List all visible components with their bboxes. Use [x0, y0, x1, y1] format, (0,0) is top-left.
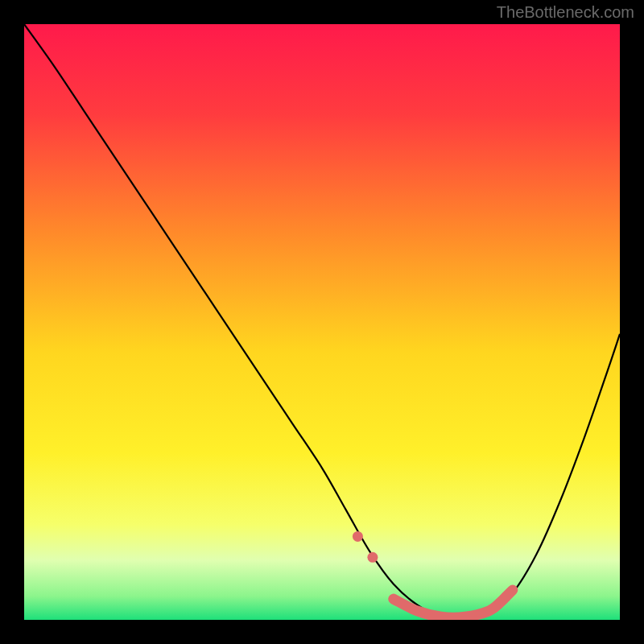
watermark-text: TheBottleneck.com: [497, 3, 634, 22]
heat-background: [24, 24, 620, 620]
highlight-dot: [367, 552, 378, 563]
chart-svg: [24, 24, 620, 620]
chart-container: [24, 24, 620, 620]
highlight-dot: [353, 531, 363, 542]
